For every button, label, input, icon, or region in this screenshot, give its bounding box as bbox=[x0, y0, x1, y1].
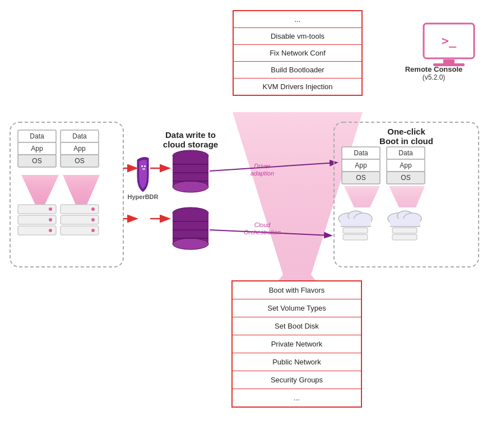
svg-rect-16 bbox=[18, 155, 56, 167]
svg-point-1 bbox=[49, 207, 52, 211]
bottom-row-ellipsis: ... bbox=[233, 389, 361, 407]
svg-point-67 bbox=[354, 213, 372, 224]
svg-text:OS: OS bbox=[356, 174, 365, 182]
svg-rect-4 bbox=[18, 226, 56, 235]
svg-line-44 bbox=[210, 230, 331, 235]
svg-rect-70 bbox=[343, 228, 368, 233]
left-funnel-1 bbox=[21, 175, 59, 205]
svg-point-66 bbox=[348, 211, 364, 221]
svg-line-43 bbox=[210, 163, 336, 171]
svg-point-33 bbox=[173, 181, 208, 192]
svg-rect-10 bbox=[61, 226, 99, 235]
svg-point-5 bbox=[49, 229, 52, 232]
svg-text:>_: >_ bbox=[442, 34, 457, 48]
top-row-kvm-drivers: KVM Drivers Injection bbox=[234, 78, 361, 95]
bottom-row-set-boot-disk: Set Boot Disk bbox=[233, 317, 361, 335]
svg-rect-53 bbox=[342, 159, 380, 172]
svg-rect-79 bbox=[424, 24, 474, 58]
diagram-container: Data App OS Data App OS bbox=[0, 0, 487, 448]
bottom-config-box: Boot with Flavors Set Volume Types Set B… bbox=[231, 280, 362, 408]
svg-text:OS: OS bbox=[32, 157, 41, 165]
svg-text:App: App bbox=[400, 161, 412, 169]
remote-console-title: Remote Console bbox=[397, 65, 470, 73]
svg-rect-59 bbox=[387, 159, 425, 172]
svg-text:App: App bbox=[355, 161, 367, 169]
svg-rect-78 bbox=[392, 234, 417, 240]
svg-rect-20 bbox=[61, 142, 99, 155]
svg-text:Boot in cloud: Boot in cloud bbox=[379, 136, 433, 146]
bottom-row-public-network: Public Network bbox=[233, 353, 361, 371]
svg-rect-8 bbox=[61, 215, 99, 224]
svg-rect-68 bbox=[341, 219, 371, 227]
svg-text:cloud storage: cloud storage bbox=[163, 140, 218, 149]
svg-rect-38 bbox=[173, 213, 208, 244]
svg-rect-71 bbox=[343, 234, 368, 240]
svg-point-11 bbox=[91, 229, 95, 232]
bottom-row-private-network: Private Network bbox=[233, 335, 361, 353]
right-dashed-border bbox=[334, 122, 479, 267]
svg-rect-14 bbox=[18, 142, 56, 155]
top-config-box: ... Disable vm-tools Fix Network Conf Bu… bbox=[233, 10, 363, 96]
svg-rect-25 bbox=[144, 165, 146, 167]
bottom-row-boot-flavors: Boot with Flavors bbox=[233, 281, 361, 299]
svg-text:Data: Data bbox=[30, 132, 44, 140]
svg-point-39 bbox=[173, 238, 208, 250]
svg-text:Data: Data bbox=[398, 149, 413, 157]
svg-rect-18 bbox=[61, 130, 99, 142]
svg-point-9 bbox=[91, 218, 95, 221]
svg-point-65 bbox=[338, 213, 359, 224]
svg-rect-75 bbox=[390, 219, 420, 227]
svg-rect-81 bbox=[443, 59, 454, 64]
svg-rect-77 bbox=[392, 228, 417, 233]
bottom-row-security-groups: Security Groups bbox=[233, 371, 361, 389]
svg-rect-12 bbox=[18, 130, 56, 142]
svg-point-37 bbox=[173, 207, 208, 219]
svg-marker-64 bbox=[389, 186, 425, 207]
svg-rect-6 bbox=[61, 205, 99, 214]
svg-rect-57 bbox=[387, 147, 425, 159]
svg-text:Driver: Driver bbox=[254, 163, 271, 169]
remote-console-version: (v5.2.0) bbox=[397, 73, 470, 81]
svg-text:OS: OS bbox=[75, 157, 84, 165]
svg-text:Data: Data bbox=[354, 149, 368, 157]
svg-rect-61 bbox=[387, 172, 425, 184]
remote-console-label-area: Remote Console (v5.2.0) bbox=[397, 65, 470, 81]
svg-point-73 bbox=[397, 211, 413, 221]
top-row-build-bootloader: Build Bootloader bbox=[234, 62, 361, 78]
svg-rect-26 bbox=[142, 168, 145, 170]
svg-rect-55 bbox=[342, 172, 380, 184]
svg-text:Data write to: Data write to bbox=[165, 130, 216, 140]
svg-rect-32 bbox=[173, 156, 208, 187]
svg-rect-51 bbox=[342, 147, 380, 159]
top-row-disable-vmtools: Disable vm-tools bbox=[234, 28, 361, 45]
svg-marker-63 bbox=[344, 186, 380, 207]
svg-text:App: App bbox=[73, 145, 86, 153]
svg-text:App: App bbox=[31, 145, 43, 153]
svg-rect-24 bbox=[141, 165, 143, 167]
center-funnel-top bbox=[233, 112, 363, 275]
svg-point-7 bbox=[91, 207, 95, 211]
svg-point-72 bbox=[388, 213, 408, 224]
left-funnel-2 bbox=[63, 175, 100, 205]
svg-point-3 bbox=[49, 218, 52, 221]
svg-text:OS: OS bbox=[401, 174, 410, 182]
svg-text:Orchestration: Orchestration bbox=[244, 229, 281, 235]
svg-text:adaption: adaption bbox=[251, 170, 274, 177]
svg-text:One-click: One-click bbox=[387, 127, 425, 136]
svg-text:HyperBDR: HyperBDR bbox=[127, 193, 158, 200]
svg-rect-0 bbox=[18, 205, 56, 214]
svg-text:Cloud: Cloud bbox=[254, 221, 271, 228]
source-dashed-border bbox=[10, 122, 123, 267]
svg-point-31 bbox=[173, 150, 208, 161]
svg-rect-22 bbox=[61, 155, 99, 167]
top-row-fix-network: Fix Network Conf bbox=[234, 45, 361, 62]
top-row-ellipsis: ... bbox=[234, 11, 361, 28]
svg-rect-2 bbox=[18, 215, 56, 224]
bottom-row-set-volume: Set Volume Types bbox=[233, 299, 361, 317]
svg-text:Data: Data bbox=[72, 132, 87, 140]
svg-point-74 bbox=[403, 213, 421, 224]
